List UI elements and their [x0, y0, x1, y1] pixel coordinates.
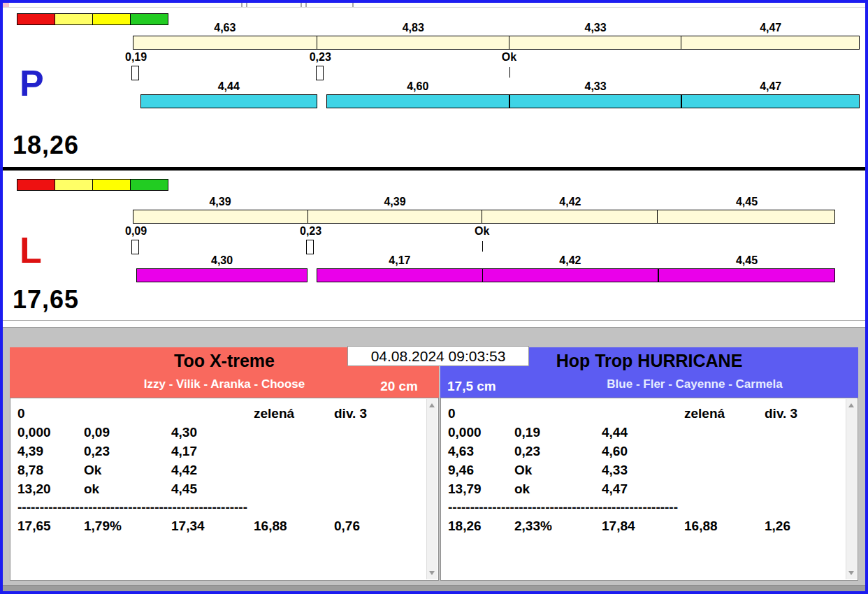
result-cell: 16,88: [254, 516, 334, 535]
result-cell: 0,000: [17, 423, 84, 442]
scroll-up-icon[interactable]: [848, 403, 854, 407]
result-cell: 4,42: [171, 461, 254, 479]
result-cell: zelená: [684, 404, 765, 423]
result-cell: zelená: [254, 404, 334, 423]
bottom-bar: [3, 585, 865, 592]
result-cell: 17,34: [171, 516, 254, 535]
result-row: 0,0000,194,44: [448, 423, 858, 442]
split-bar-segment: [658, 210, 834, 223]
result-row: 13,20ok4,45: [17, 479, 438, 498]
result-cell: 4,60: [602, 442, 684, 461]
results-section: Too X-treme Izzy - Vilik - Aranka - Choo…: [3, 345, 865, 585]
exchange-time-label: 0,09: [125, 225, 147, 238]
dog-time-bar: [133, 94, 860, 108]
scroll-down-icon[interactable]: [429, 571, 435, 575]
result-cell: 0,19: [514, 423, 602, 442]
exchange-time-label: Ok: [475, 225, 489, 238]
result-cell: 0: [448, 404, 514, 423]
run-panel-p: 4,634,834,334,47 0,190,23Ok 4,444,604,33…: [3, 7, 865, 166]
dog-time-bar: [133, 268, 835, 282]
exchange-marker-row: 0,190,23Ok: [133, 50, 860, 80]
result-cell: 4,47: [602, 479, 684, 498]
dog-time-label: 4,45: [658, 254, 835, 267]
result-cell: 0,76: [334, 516, 360, 535]
scroll-down-icon[interactable]: [848, 571, 854, 575]
result-cell: ok: [84, 479, 171, 498]
exchange-marker-box: [131, 66, 139, 80]
result-cell: 0: [17, 404, 84, 423]
result-row: 13,79ok4,47: [448, 479, 858, 498]
result-cell: [602, 404, 684, 423]
result-cell: [171, 404, 254, 423]
result-cell: 17,65: [17, 516, 84, 535]
result-cell: 0,23: [514, 442, 602, 461]
dog-time-label: 4,60: [326, 80, 509, 93]
traffic-light-segment: [130, 179, 168, 191]
result-row: 0zelenádiv. 3: [17, 404, 438, 423]
timing-app-window: 4,634,834,334,47 0,190,23Ok 4,444,604,33…: [0, 0, 868, 594]
team-panel-right: Hop Trop HURRICANE Blue - Fler - Cayenne…: [440, 347, 858, 581]
dog-time-label: 4,42: [482, 254, 658, 267]
team-dogs: Izzy - Vilik - Aranka - Choose: [10, 377, 439, 391]
result-cell: [684, 479, 765, 498]
split-bar-segment: [133, 36, 317, 49]
dog-time-labels: 4,444,604,334,47: [133, 80, 860, 94]
split-time-label: 4,39: [308, 196, 482, 208]
timing-chart-area: 4,394,394,424,45 0,090,23Ok 4,304,174,42…: [133, 196, 860, 287]
result-cell: 4,44: [602, 423, 684, 442]
traffic-light-segment: [92, 179, 131, 191]
result-cell: 13,20: [17, 479, 84, 498]
result-cell: 4,63: [448, 442, 514, 461]
result-cell: 16,88: [684, 516, 765, 535]
result-cell: 4,33: [602, 461, 684, 479]
result-rows: 0zelenádiv. 30,0000,094,304,390,234,178,…: [10, 398, 438, 535]
separator-dashes: ----------------------------------------…: [448, 498, 858, 516]
scrollbar[interactable]: [426, 399, 437, 579]
team-panel-left: Too X-treme Izzy - Vilik - Aranka - Choo…: [10, 347, 439, 581]
result-rows: 0zelenádiv. 30,0000,194,444,630,234,609,…: [441, 398, 858, 535]
result-cell: 2,33%: [514, 516, 602, 535]
scroll-up-icon[interactable]: [429, 403, 435, 407]
scrollbar[interactable]: [846, 399, 857, 579]
dog-bar-segment: [681, 94, 860, 108]
result-cell: div. 3: [765, 404, 797, 423]
split-time-label: 4,47: [681, 22, 860, 34]
result-cell: 4,17: [171, 442, 254, 461]
exchange-time-label: Ok: [502, 51, 516, 64]
run-panel-l: 4,394,394,424,45 0,090,23Ok 4,304,174,42…: [3, 172, 865, 321]
split-time-labels: 4,634,834,334,47: [133, 22, 860, 36]
section-separator: [3, 321, 865, 345]
team-results-left: 0zelenádiv. 30,0000,094,304,390,234,178,…: [10, 398, 439, 581]
exchange-marker-box: [131, 240, 139, 254]
exchange-marker-box: [316, 66, 324, 80]
result-row: 0,0000,094,30: [17, 423, 438, 442]
split-time-label: 4,42: [482, 196, 658, 208]
traffic-light-segment: [55, 179, 93, 191]
result-cell: Ok: [84, 461, 171, 479]
result-cell: 4,30: [171, 423, 254, 442]
dog-time-label: 4,17: [317, 254, 483, 267]
result-cell: [684, 461, 765, 479]
result-cell: [254, 479, 334, 498]
dog-bar-segment: [658, 268, 835, 282]
exchange-time-label: 0,23: [300, 225, 321, 238]
lane-letter: P: [20, 65, 44, 101]
separator-dashes: ----------------------------------------…: [17, 498, 438, 516]
split-bar-segment: [308, 210, 483, 223]
result-row: 8,78Ok4,42: [17, 461, 438, 479]
traffic-light-segment: [17, 13, 55, 25]
result-cell: [254, 442, 334, 461]
split-time-label: 4,45: [658, 196, 835, 208]
total-time: 17,65: [13, 285, 79, 314]
datetime-display: 04.08.2024 09:03:53: [347, 346, 529, 366]
split-bar-segment: [482, 210, 658, 223]
result-cell: [84, 404, 171, 423]
result-row: 18,262,33%17,8416,881,26: [448, 516, 858, 535]
result-cell: 9,46: [448, 461, 514, 479]
split-time-labels: 4,394,394,424,45: [133, 196, 835, 210]
dog-bar-segment: [509, 94, 682, 108]
split-time-label: 4,83: [317, 22, 509, 34]
traffic-lights: [17, 179, 168, 191]
result-cell: [514, 404, 602, 423]
dog-time-label: 4,47: [681, 80, 860, 93]
